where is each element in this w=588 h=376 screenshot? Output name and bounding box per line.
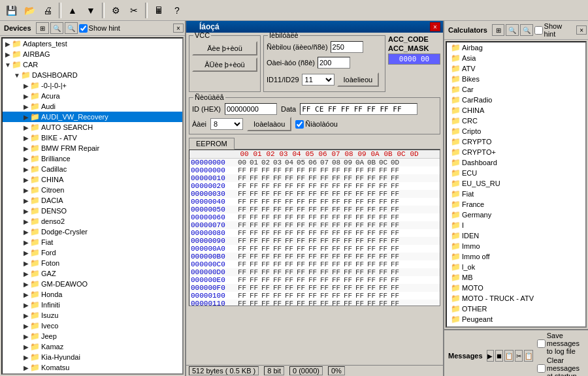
hex-byte[interactable]: FF <box>285 182 297 190</box>
hex-byte[interactable]: FF <box>297 166 308 174</box>
hex-byte[interactable]: FF <box>379 276 391 284</box>
hex-byte[interactable]: FF <box>297 284 308 292</box>
hex-byte[interactable]: FF <box>332 284 344 292</box>
hex-byte[interactable]: FF <box>261 276 273 284</box>
hex-byte[interactable]: FF <box>308 284 320 292</box>
hex-byte[interactable]: FF <box>344 237 355 245</box>
hex-byte[interactable]: FF <box>273 198 285 206</box>
hex-byte[interactable]: 08 <box>332 159 344 166</box>
left-tree-item[interactable]: ▶📁Brilliance <box>3 153 182 164</box>
hex-byte[interactable]: FF <box>285 237 297 245</box>
hex-byte[interactable]: FF <box>344 253 355 260</box>
hex-byte[interactable]: FF <box>367 198 379 206</box>
hex-byte[interactable]: FF <box>238 182 250 190</box>
left-tree-item[interactable]: ▶📁Ford <box>3 247 182 258</box>
hex-byte[interactable]: FF <box>250 245 261 253</box>
save-log-checkbox[interactable] <box>537 339 546 348</box>
hex-byte[interactable]: FF <box>273 213 285 221</box>
left-tree-item[interactable]: ▶📁DACIA <box>3 195 182 206</box>
hex-byte[interactable]: FF <box>391 292 402 300</box>
hex-byte[interactable]: FF <box>332 206 344 213</box>
devices-close-btn[interactable]: × <box>173 24 184 33</box>
hex-byte[interactable]: FF <box>285 229 297 237</box>
hex-byte[interactable]: FF <box>273 292 285 300</box>
hex-byte[interactable]: FF <box>367 182 379 190</box>
hex-byte[interactable]: FF <box>285 260 297 268</box>
hex-byte[interactable]: FF <box>355 292 367 300</box>
hex-byte[interactable]: 00 <box>238 159 250 166</box>
hex-byte[interactable]: FF <box>320 206 332 213</box>
hex-byte[interactable]: FF <box>367 292 379 300</box>
hex-byte[interactable]: FF <box>332 174 344 182</box>
right-tree-item[interactable]: 📁Asia <box>447 53 585 63</box>
hex-byte[interactable]: FF <box>273 268 285 276</box>
hex-byte[interactable]: FF <box>297 206 308 213</box>
hex-byte[interactable]: FF <box>344 276 355 284</box>
hex-byte[interactable]: FF <box>285 253 297 260</box>
hex-byte[interactable]: FF <box>355 276 367 284</box>
hex-byte[interactable]: FF <box>391 166 402 174</box>
left-tree-item[interactable]: ▶📁Iveco <box>3 321 182 331</box>
hex-byte[interactable]: FF <box>332 182 344 190</box>
hex-byte[interactable]: 03 <box>273 159 285 166</box>
hex-byte[interactable]: FF <box>379 292 391 300</box>
hex-byte[interactable]: FF <box>391 260 402 268</box>
hex-byte[interactable]: FF <box>308 182 320 190</box>
id-hex-input[interactable] <box>225 103 277 115</box>
toolbar-btn-print[interactable]: 🖨 <box>39 2 56 19</box>
calc-btn-1[interactable]: ⊞ <box>492 24 505 36</box>
nebilou-input[interactable] <box>331 41 363 53</box>
left-tree-item[interactable]: ▶📁Kamaz <box>3 341 182 352</box>
hex-byte[interactable]: FF <box>379 206 391 213</box>
center-close-btn[interactable]: × <box>430 22 440 31</box>
hex-byte[interactable]: FF <box>367 237 379 245</box>
hex-byte[interactable]: FF <box>308 206 320 213</box>
hex-byte[interactable]: FF <box>320 213 332 221</box>
hex-byte[interactable]: FF <box>355 182 367 190</box>
hex-byte[interactable]: FF <box>379 221 391 229</box>
msg-btn-paste[interactable]: 📋 <box>524 350 533 362</box>
hex-byte[interactable]: FF <box>320 174 332 182</box>
hex-byte[interactable]: FF <box>308 253 320 260</box>
hex-byte[interactable]: FF <box>250 198 261 206</box>
hex-byte[interactable]: FF <box>238 284 250 292</box>
ioaelieou-btn[interactable]: Ioàelieou <box>337 72 380 87</box>
hex-byte[interactable]: FF <box>332 198 344 206</box>
hex-byte[interactable]: FF <box>308 213 320 221</box>
left-tree-item[interactable]: ▶📁AIRBAG <box>3 49 182 59</box>
msg-btn-cut[interactable]: ✂ <box>515 350 523 362</box>
hex-byte[interactable]: FF <box>379 229 391 237</box>
hex-byte[interactable]: FF <box>344 166 355 174</box>
hex-byte[interactable]: FF <box>391 245 402 253</box>
hex-byte[interactable]: FF <box>344 300 355 306</box>
hex-byte[interactable]: FF <box>238 237 250 245</box>
id-select[interactable]: 11 29 <box>302 74 335 86</box>
clear-startup-checkbox[interactable] <box>537 364 546 373</box>
right-tree-item[interactable]: 📁Dashboard <box>447 157 585 168</box>
hex-byte[interactable]: FF <box>379 190 391 198</box>
hex-byte[interactable]: FF <box>308 198 320 206</box>
hex-byte[interactable]: FF <box>320 245 332 253</box>
hex-byte[interactable]: FF <box>344 221 355 229</box>
left-tree-item[interactable]: ▶📁Komatsu <box>3 362 182 373</box>
hex-byte[interactable]: FF <box>273 174 285 182</box>
hex-byte[interactable]: FF <box>355 206 367 213</box>
hex-byte[interactable]: FF <box>238 300 250 306</box>
left-tree-item[interactable]: ▶📁GAZ <box>3 268 182 279</box>
hex-byte[interactable]: FF <box>273 221 285 229</box>
hex-byte[interactable]: FF <box>297 276 308 284</box>
hex-byte[interactable]: FF <box>308 268 320 276</box>
right-tree-item[interactable]: 📁CHINA <box>447 105 585 116</box>
hex-byte[interactable]: 06 <box>308 159 320 166</box>
hex-byte[interactable]: FF <box>273 229 285 237</box>
left-tree-item[interactable]: ▶📁CHINA <box>3 174 182 185</box>
left-tree-item[interactable]: ▶📁Kia-Hyundai <box>3 352 182 362</box>
hex-byte[interactable]: FF <box>379 174 391 182</box>
hex-byte[interactable]: FF <box>379 268 391 276</box>
hex-byte[interactable]: FF <box>308 237 320 245</box>
right-tree-item[interactable]: 📁CarRadio <box>447 95 585 105</box>
data-bytes-input[interactable] <box>300 103 417 115</box>
hex-byte[interactable]: FF <box>320 229 332 237</box>
hex-byte[interactable]: FF <box>332 221 344 229</box>
hex-byte[interactable]: FF <box>367 166 379 174</box>
